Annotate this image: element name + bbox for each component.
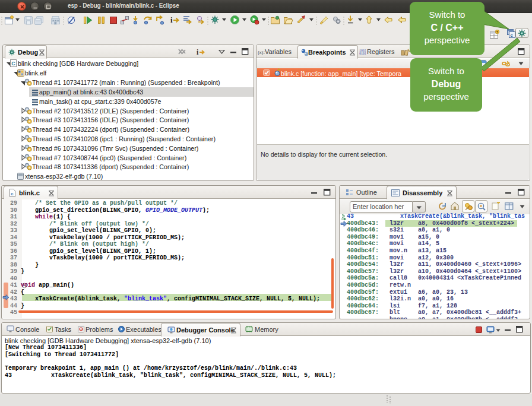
svg-text:c: c: [11, 191, 14, 196]
svg-text:i: i: [197, 48, 199, 56]
svg-text:0101: 0101: [359, 52, 366, 56]
svg-text:C: C: [11, 61, 15, 66]
svg-text:i: i: [170, 15, 173, 24]
svg-text:(x)=: (x)=: [258, 50, 265, 55]
